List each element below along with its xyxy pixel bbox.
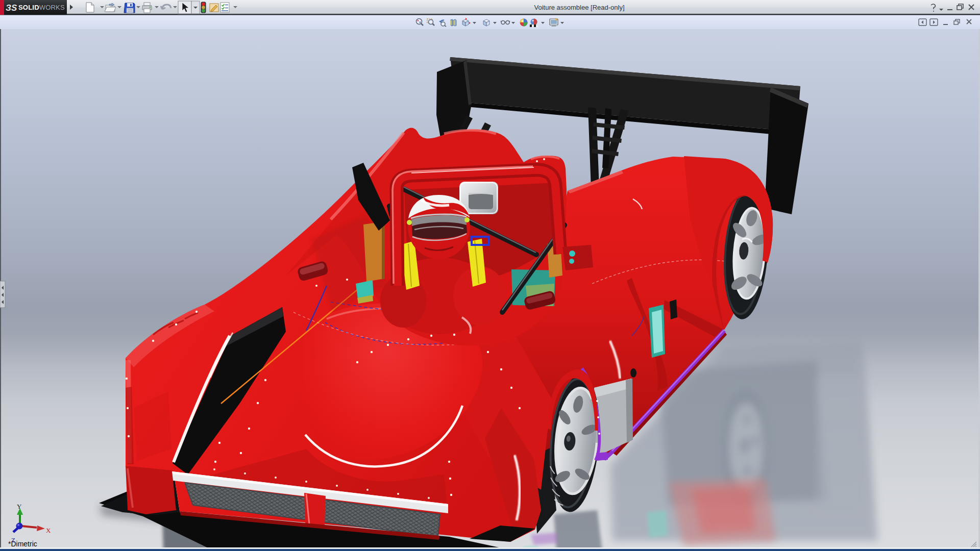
svg-text:Y: Y	[17, 503, 22, 510]
svg-text:ЗS: ЗS	[6, 3, 17, 13]
svg-text:Voiture assomblee [Read-only]: Voiture assomblee [Read-only]	[534, 4, 624, 11]
svg-text:Z: Z	[11, 536, 15, 544]
svg-text:X: X	[46, 527, 51, 534]
svg-text:SOLIDWORKS: SOLIDWORKS	[18, 4, 65, 11]
